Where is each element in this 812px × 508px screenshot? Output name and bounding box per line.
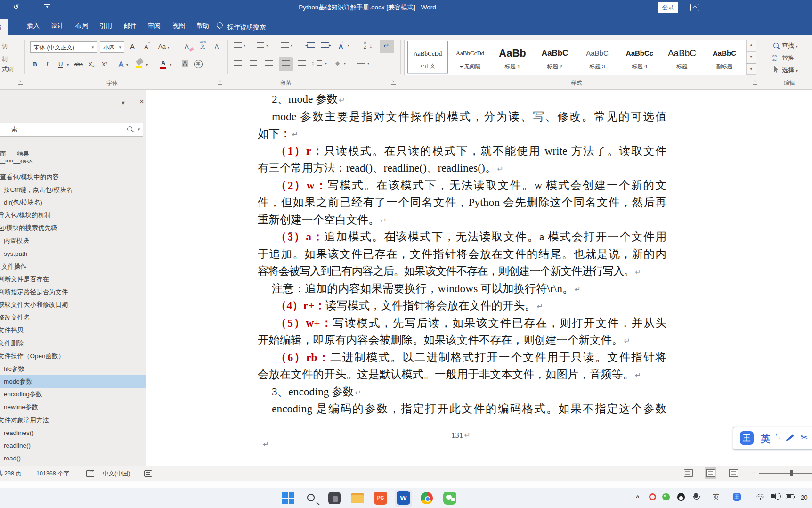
justify-icon[interactable] xyxy=(282,60,290,66)
change-case-button[interactable]: Aa ▾ xyxy=(158,43,170,50)
character-border-button[interactable]: A xyxy=(212,42,221,51)
print-layout-icon[interactable] xyxy=(706,469,715,477)
bullet-dropdown-icon[interactable]: ▾ xyxy=(244,43,245,48)
bullet-list-icon[interactable] xyxy=(234,42,242,48)
find-button[interactable]: 查找 ▾ xyxy=(782,41,798,50)
nav-item-15[interactable]: 文件操作（Open函数） xyxy=(0,350,143,362)
nav-item-23[interactable]: read() xyxy=(0,452,146,465)
taskbar-search-icon[interactable] xyxy=(307,494,315,501)
volume-icon[interactable] xyxy=(771,494,774,498)
overtype-status-icon[interactable] xyxy=(144,470,152,477)
document-page[interactable]: ↵ 131↵ 2、mode 参数↵mode 参数主要是指对文件操作的模式，分为读… xyxy=(146,90,812,466)
copy-label[interactable]: 制 xyxy=(2,55,8,63)
ribbon-tab-8[interactable]: 帮助 xyxy=(196,20,209,32)
ime-logo-tray-icon[interactable]: 王 xyxy=(733,493,741,501)
phonetic-guide-button[interactable]: wén文 xyxy=(200,41,206,49)
style-card-5[interactable]: AaBbCc标题 4 xyxy=(619,41,660,73)
numbering-dropdown-icon[interactable]: ▾ xyxy=(266,43,268,48)
font-name-combo[interactable]: 宋体 (中文正文)▼ xyxy=(30,41,97,53)
enclose-characters-button[interactable]: 字 xyxy=(194,60,203,68)
nav-item-6[interactable]: 内置模块 xyxy=(0,234,146,247)
styles-scroll-down-icon[interactable]: ▼ xyxy=(746,51,756,63)
clipboard-dialog-launcher-icon[interactable] xyxy=(18,80,23,85)
style-card-2[interactable]: AaBb标题 1 xyxy=(492,41,533,73)
align-center-icon[interactable] xyxy=(250,60,257,66)
nav-item-1[interactable]: 查看包/模块中的内容 xyxy=(0,171,143,183)
ribbon-tab-2[interactable]: 设计 xyxy=(51,20,64,32)
wifi-icon[interactable] xyxy=(756,494,764,500)
italic-button[interactable]: I xyxy=(46,60,48,68)
sort-button[interactable]: AZ xyxy=(364,41,366,49)
nav-item-22[interactable]: readline() xyxy=(0,439,146,452)
nav-item-17[interactable]: mode参数 xyxy=(0,375,146,388)
battery-icon[interactable] xyxy=(786,494,794,499)
nav-search-dropdown-icon[interactable]: ▼ xyxy=(137,127,141,131)
microphone-tray-icon[interactable] xyxy=(694,493,698,498)
nav-pane-close-icon[interactable]: × xyxy=(139,97,144,107)
zoom-slider-track[interactable] xyxy=(759,473,812,474)
ime-punctuation-indicator[interactable]: ’， xyxy=(776,433,782,440)
borders-button[interactable] xyxy=(357,59,365,67)
character-shading-button[interactable]: A xyxy=(182,60,188,67)
nav-search-icon[interactable] xyxy=(127,126,132,131)
nav-item-7[interactable]: sys.path xyxy=(0,247,146,260)
style-card-6[interactable]: AaBbC标题 xyxy=(662,41,702,73)
nav-item-11[interactable]: 获取文件大小和修改日期 xyxy=(0,298,143,311)
style-card-3[interactable]: AaBbC标题 2 xyxy=(535,41,575,73)
style-card-4[interactable]: AaBbC标题 3 xyxy=(577,41,617,73)
language-status[interactable]: 中文(中国) xyxy=(103,470,130,478)
nav-item-10[interactable]: 判断指定路径是否为文件 xyxy=(0,286,143,298)
chrome-icon[interactable] xyxy=(421,492,433,504)
zoom-slider-handle[interactable] xyxy=(790,470,793,476)
grow-font-button[interactable]: Aˆ xyxy=(130,42,135,50)
ribbon-tab-3[interactable]: 布局 xyxy=(75,20,88,32)
show-hide-marks-button[interactable]: ↵ xyxy=(383,41,390,50)
green-app-tray-icon[interactable] xyxy=(662,493,670,500)
font-dialog-launcher-icon[interactable] xyxy=(218,80,222,85)
numbered-list-icon[interactable] xyxy=(257,42,264,48)
nav-item-5[interactable]: 包/模块的搜索优先级 xyxy=(0,221,143,234)
ribbon-display-options-icon[interactable] xyxy=(690,4,699,11)
text-effects-button[interactable]: A xyxy=(119,60,123,68)
undo-icon[interactable]: ↺ xyxy=(13,3,19,11)
superscript-button[interactable]: X² xyxy=(102,61,107,68)
login-button[interactable]: 登录 xyxy=(658,2,678,13)
file-explorer-icon[interactable] xyxy=(350,491,365,505)
asian-layout-button[interactable]: ↔A xyxy=(339,43,343,50)
word-count-status[interactable]: 101368 个字 xyxy=(36,470,69,478)
align-right-icon[interactable] xyxy=(265,60,273,66)
font-color-button[interactable]: A xyxy=(161,59,165,66)
subscript-button[interactable]: X₂ xyxy=(89,61,95,68)
ribbon-tab-6[interactable]: 审阅 xyxy=(148,20,161,32)
start-button-icon[interactable] xyxy=(281,491,295,505)
increase-indent-icon[interactable] xyxy=(321,42,329,48)
styles-more-icon[interactable]: ▼ xyxy=(746,63,756,75)
shading-bucket-icon[interactable]: ◆ xyxy=(335,60,340,66)
nav-item-8[interactable]: 文件操作 xyxy=(0,260,144,273)
proofing-status-icon[interactable] xyxy=(86,470,94,477)
tell-me-search[interactable]: 操作说明搜索 xyxy=(227,23,266,32)
minimize-icon[interactable]: — xyxy=(713,1,727,13)
wechat-icon[interactable] xyxy=(443,492,456,505)
nav-item-18[interactable]: encoding参数 xyxy=(0,388,146,401)
underline-button[interactable]: U xyxy=(58,60,63,68)
highlight-dropdown-icon[interactable]: ▾ xyxy=(146,63,148,67)
font-size-combo[interactable]: 小四▼ xyxy=(100,41,124,53)
nav-item-12[interactable]: 修改文件名 xyxy=(0,311,143,324)
nav-item-9[interactable]: 判断文件是否存在 xyxy=(0,273,143,286)
ribbon-tab-5[interactable]: 邮件 xyxy=(124,20,137,32)
task-view-icon[interactable] xyxy=(328,492,341,504)
ribbon-tab-0[interactable]: 始 xyxy=(0,19,8,35)
pg-app-icon[interactable]: PG xyxy=(374,492,387,505)
shading-dropdown-icon[interactable]: ▾ xyxy=(344,61,346,66)
styles-dialog-launcher-icon[interactable] xyxy=(753,80,757,85)
decrease-indent-icon[interactable] xyxy=(307,42,315,48)
ribbon-tab-7[interactable]: 视图 xyxy=(172,20,185,32)
ime-language-tray-icon[interactable]: 英 xyxy=(713,493,719,501)
text-effects-dropdown-icon[interactable]: ▾ xyxy=(126,63,128,67)
styles-scroll-up-icon[interactable]: ▲ xyxy=(746,40,756,51)
borders-dropdown-icon[interactable]: ▾ xyxy=(367,61,369,66)
nav-item-21[interactable]: readlines() xyxy=(0,426,146,439)
select-button[interactable]: 选择 ▾ xyxy=(782,66,798,74)
style-card-1[interactable]: AaBbCcDd↵无间隔 xyxy=(450,41,490,73)
